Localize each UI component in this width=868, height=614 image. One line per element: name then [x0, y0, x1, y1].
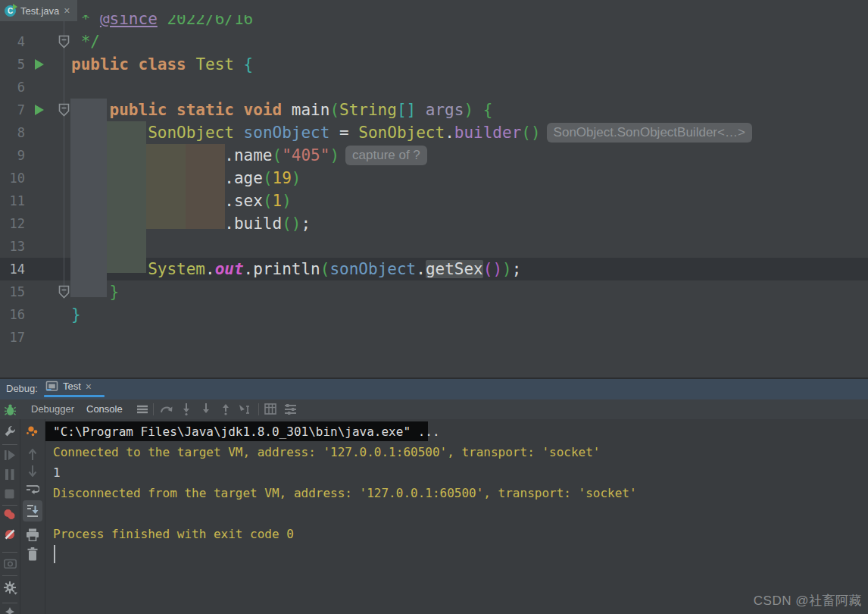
watermark: CSDN @社畜阿藏: [754, 592, 862, 609]
code-line: }: [71, 303, 81, 326]
console-output[interactable]: "C:\Program Files\Java\jdk1.8.0_301\bin\…: [45, 419, 868, 614]
code-line: public static void main(String[] args) {: [71, 99, 492, 121]
debug-toolwindow-header: Debug: Test ×: [0, 379, 868, 399]
print-icon[interactable]: [26, 528, 39, 541]
separator: [2, 603, 17, 603]
code-line: .build();: [71, 212, 311, 235]
console-line: Process finished with exit code 0: [53, 524, 294, 544]
line-number[interactable]: 8: [0, 121, 25, 144]
line-number[interactable]: 5: [0, 53, 25, 76]
line-number[interactable]: 7: [0, 99, 25, 121]
separator: [2, 444, 17, 445]
step-over-icon[interactable]: [160, 403, 173, 415]
force-step-into-icon[interactable]: [201, 403, 211, 415]
view-breakpoints-icon[interactable]: [3, 509, 17, 521]
toolbar-separator: [153, 403, 154, 415]
down-arrow-icon[interactable]: [27, 465, 38, 477]
console-frame-icon: [45, 381, 58, 392]
inlay-hint-chip[interactable]: SonObject.SonObjectBuilder<…>: [547, 123, 752, 143]
clear-trash-icon[interactable]: [27, 547, 38, 561]
code-line: */: [71, 30, 100, 53]
line-number[interactable]: 14: [0, 258, 25, 280]
settings-gear-icon[interactable]: [3, 581, 18, 596]
debug-panel-label: Debug:: [6, 383, 38, 394]
console-line: 1: [53, 462, 61, 483]
run-gutter-icon[interactable]: [35, 105, 44, 115]
code-line: public class Test {: [71, 53, 253, 76]
separator: [2, 575, 17, 576]
toolbar-separator: [258, 403, 259, 415]
line-number[interactable]: 9: [0, 144, 25, 167]
line-number[interactable]: 17: [0, 326, 25, 349]
line-number[interactable]: 11: [0, 190, 25, 212]
debug-session-tab[interactable]: Test ×: [45, 381, 92, 392]
close-icon[interactable]: ×: [64, 5, 70, 16]
soft-wrap-icon[interactable]: [26, 484, 39, 497]
inlay-hint-chip[interactable]: capture of ?: [345, 146, 427, 165]
camera-icon[interactable]: [4, 558, 17, 569]
line-number[interactable]: 13: [0, 235, 25, 258]
hotswap-icon[interactable]: [25, 424, 39, 438]
step-into-icon[interactable]: [181, 403, 192, 415]
tab-debugger[interactable]: Debugger: [31, 403, 74, 415]
resume-program-icon[interactable]: [4, 450, 16, 461]
mute-breakpoints-icon[interactable]: [4, 528, 16, 540]
line-number[interactable]: 12: [0, 212, 25, 235]
debug-toolbar: Debugger Console: [0, 399, 868, 419]
session-tab-title: Test: [63, 381, 81, 392]
line-number[interactable]: 6: [0, 76, 25, 99]
code-line: .age(19): [71, 167, 301, 190]
debug-bug-icon: [5, 403, 16, 416]
stop-icon[interactable]: [5, 489, 14, 499]
scroll-to-end-icon[interactable]: [27, 504, 39, 518]
line-number[interactable]: 16: [0, 303, 25, 326]
fold-marker-icon[interactable]: [58, 35, 70, 49]
editor-tab-test-java[interactable]: C Test.java ×: [0, 0, 77, 21]
run-gutter-icon[interactable]: [35, 59, 44, 70]
console-line: Disconnected from the target VM, address…: [53, 483, 637, 503]
editor-tab-title: Test.java: [20, 5, 59, 17]
evaluate-expression-icon[interactable]: [264, 403, 276, 415]
active-tab-underline: [44, 395, 105, 397]
line-number[interactable]: 4: [0, 30, 25, 53]
settings-sliders-icon[interactable]: [284, 403, 297, 415]
line-number[interactable]: 15: [0, 280, 25, 303]
code-line: }: [71, 280, 119, 303]
separator: [2, 505, 17, 506]
run-to-cursor-icon[interactable]: [239, 403, 252, 415]
code-line: .sex(1): [71, 190, 292, 212]
up-arrow-icon[interactable]: [27, 449, 38, 461]
pin-icon[interactable]: [5, 607, 15, 614]
close-icon[interactable]: ×: [86, 381, 92, 392]
tab-console[interactable]: Console: [86, 403, 123, 415]
code-line: SonObject sonObject = SonObject.builder(…: [71, 121, 752, 144]
line-number[interactable]: 10: [0, 167, 25, 190]
fold-marker-icon[interactable]: [58, 103, 70, 117]
code-editor[interactable]: * @since 2022/6/164 */5public class Test…: [0, 0, 868, 377]
layout-menu-icon[interactable]: [136, 405, 148, 414]
java-class-run-icon: C: [5, 5, 16, 17]
step-out-icon[interactable]: [220, 403, 231, 415]
pause-icon[interactable]: [5, 469, 15, 480]
console-line: "C:\Program Files\Java\jdk1.8.0_301\bin\…: [53, 421, 440, 442]
separator: [2, 552, 17, 553]
fold-marker-icon[interactable]: [58, 285, 70, 299]
console-caret: [54, 545, 55, 563]
code-line: .name("405")capture of ?: [71, 144, 427, 167]
code-line: System.out.println(sonObject.getSex());: [71, 258, 521, 280]
console-line: Connected to the target VM, address: '12…: [53, 442, 600, 462]
code-line: * @since 2022/6/16: [71, 8, 253, 30]
wrench-icon[interactable]: [4, 425, 16, 437]
ide-window: * @since 2022/6/164 */5public class Test…: [0, 0, 868, 614]
strip-divider: [20, 419, 20, 614]
